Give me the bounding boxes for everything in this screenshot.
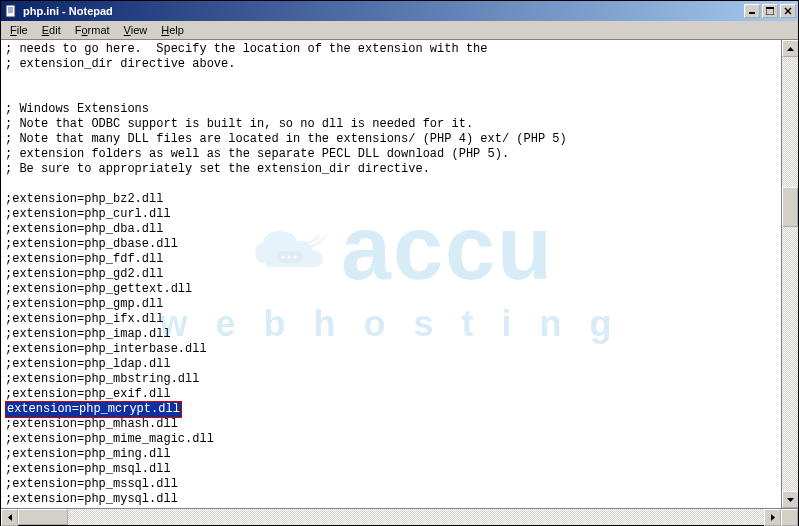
text-line: ;extension=php_mssql.dll <box>5 477 794 492</box>
text-line: ;extension=php_curl.dll <box>5 207 794 222</box>
minimize-button[interactable] <box>744 4 760 18</box>
title-text: php.ini - Notepad <box>23 5 744 17</box>
text-line: ;extension=php_msql.dll <box>5 462 794 477</box>
horizontal-scrollbar[interactable] <box>1 508 798 525</box>
horizontal-scroll-track[interactable] <box>18 509 764 525</box>
text-line: ;extension=php_exif.dll <box>5 387 794 402</box>
titlebar[interactable]: php.ini - Notepad <box>1 1 798 21</box>
text-line: ; needs to go here. Specify the location… <box>5 42 794 57</box>
notepad-window: php.ini - Notepad File Edit Format View … <box>0 0 799 526</box>
svg-marker-16 <box>771 514 775 521</box>
text-line <box>5 87 794 102</box>
text-line: ;extension=php_imap.dll <box>5 327 794 342</box>
menu-format[interactable]: Format <box>68 22 117 38</box>
horizontal-scroll-thumb[interactable] <box>18 509 68 525</box>
text-line: ;extension=php_dbase.dll <box>5 237 794 252</box>
text-line: ;extension=php_interbase.dll <box>5 342 794 357</box>
text-line: ; Be sure to appropriately set the exten… <box>5 162 794 177</box>
text-line: ;extension=php_mysql.dll <box>5 492 794 507</box>
text-line <box>5 177 794 192</box>
close-button[interactable] <box>780 4 796 18</box>
text-line: ;extension=php_bz2.dll <box>5 192 794 207</box>
menu-file[interactable]: File <box>3 22 35 38</box>
scroll-right-button[interactable] <box>764 509 781 526</box>
text-line: ; Note that ODBC support is built in, so… <box>5 117 794 132</box>
text-line: ;extension=php_mime_magic.dll <box>5 432 794 447</box>
svg-marker-15 <box>8 514 12 521</box>
text-line: ;extension=php_gettext.dll <box>5 282 794 297</box>
text-line: ;extension=php_mysqli.dll <box>5 507 794 508</box>
text-line: ;extension=php_mhash.dll <box>5 417 794 432</box>
text-line: ;extension=php_gmp.dll <box>5 297 794 312</box>
selected-text: extension=php_mcrypt.dll <box>5 401 182 418</box>
text-line: ; Note that many DLL files are located i… <box>5 132 794 147</box>
text-line: ;extension=php_ldap.dll <box>5 357 794 372</box>
menu-view[interactable]: View <box>117 22 155 38</box>
text-line: ; Windows Extensions <box>5 102 794 117</box>
text-line: ;extension=php_ifx.dll <box>5 312 794 327</box>
text-line: ;extension=php_ming.dll <box>5 447 794 462</box>
text-line: ; extension_dir directive above. <box>5 57 794 72</box>
scroll-left-button[interactable] <box>1 509 18 526</box>
text-line: ;extension=php_fdf.dll <box>5 252 794 267</box>
menu-edit[interactable]: Edit <box>35 22 68 38</box>
text-line: ; extension folders as well as the separ… <box>5 147 794 162</box>
menu-help[interactable]: Help <box>154 22 191 38</box>
text-line: ;extension=php_gd2.dll <box>5 267 794 282</box>
file-content[interactable]: ; needs to go here. Specify the location… <box>1 40 798 508</box>
text-line: ;extension=php_dba.dll <box>5 222 794 237</box>
text-line: ;extension=php_mbstring.dll <box>5 372 794 387</box>
menubar: File Edit Format View Help <box>1 21 798 40</box>
text-line <box>5 72 794 87</box>
notepad-icon <box>3 3 19 19</box>
window-controls <box>744 4 796 18</box>
text-editor-area[interactable]: accu webhosting ; needs to go here. Spec… <box>1 40 798 508</box>
svg-rect-0 <box>6 5 15 17</box>
text-line: extension=php_mcrypt.dll <box>5 402 794 417</box>
scrollbar-corner <box>781 509 798 526</box>
maximize-button[interactable] <box>762 4 778 18</box>
